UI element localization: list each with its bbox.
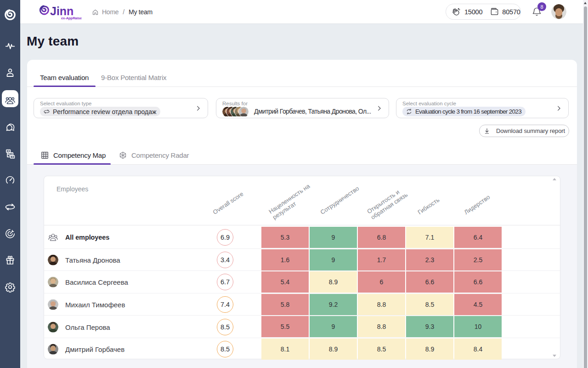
svg-text:ex-AppRaise: ex-AppRaise xyxy=(61,16,82,20)
svg-text:Jinn: Jinn xyxy=(50,5,74,17)
